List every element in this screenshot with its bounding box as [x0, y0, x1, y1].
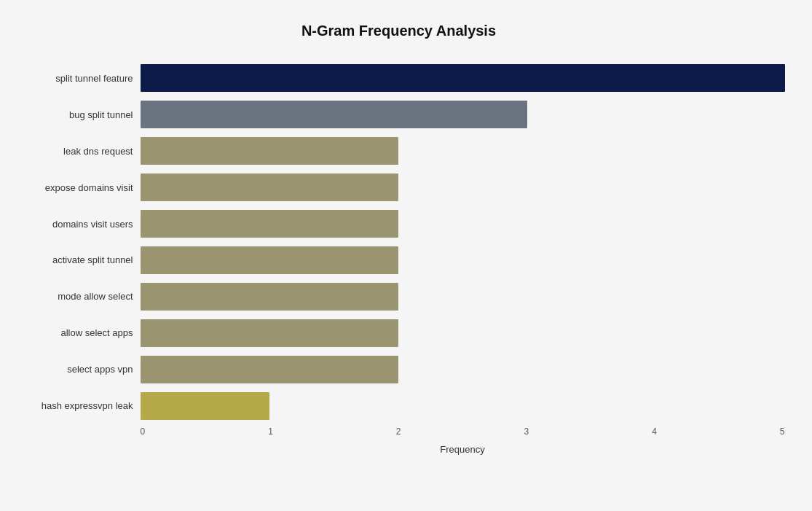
bar-fill [141, 392, 269, 420]
bar-fill [141, 319, 398, 347]
x-axis-label: Frequency [141, 444, 785, 455]
bar-track [141, 101, 785, 128]
bar-row: hash expressvpn leak [13, 389, 785, 424]
bar-fill [141, 101, 527, 128]
bar-row: leak dns request [13, 133, 785, 168]
bar-row: mode allow select [13, 279, 785, 314]
bar-fill [141, 356, 398, 383]
bar-track [141, 319, 785, 347]
bar-row: split tunnel feature [13, 61, 785, 96]
bar-track [141, 173, 785, 201]
bar-track [141, 283, 785, 311]
x-axis: 012345 Frequency [141, 426, 785, 455]
x-tick: 0 [141, 426, 146, 437]
bar-label: domains visit users [13, 219, 141, 230]
x-tick: 3 [524, 426, 529, 437]
x-tick: 4 [652, 426, 657, 437]
bar-label: hash expressvpn leak [13, 400, 141, 411]
bar-row: activate split tunnel [13, 243, 785, 278]
bar-track [141, 246, 785, 274]
bar-track [141, 356, 785, 383]
bars-area: split tunnel featurebug split tunnelleak… [13, 61, 785, 425]
bar-label: select apps vpn [13, 364, 141, 375]
bar-label: bug split tunnel [13, 109, 141, 120]
bar-fill [141, 173, 398, 201]
bar-row: allow select apps [13, 316, 785, 351]
bar-fill [141, 283, 398, 311]
bar-fill [141, 210, 398, 238]
bar-row: domains visit users [13, 206, 785, 241]
x-tick: 2 [396, 426, 401, 437]
chart-container: N-Gram Frequency Analysis split tunnel f… [6, 8, 807, 504]
chart-title: N-Gram Frequency Analysis [13, 23, 785, 39]
bar-label: split tunnel feature [13, 73, 141, 84]
x-tick: 1 [268, 426, 273, 437]
bar-track [141, 64, 785, 92]
bar-fill [141, 137, 398, 165]
bar-row: expose domains visit [13, 170, 785, 205]
bar-row: select apps vpn [13, 352, 785, 387]
bar-label: leak dns request [13, 146, 141, 157]
bar-label: expose domains visit [13, 182, 141, 193]
bar-label: mode allow select [13, 291, 141, 302]
bar-row: bug split tunnel [13, 97, 785, 132]
bar-label: activate split tunnel [13, 254, 141, 265]
bar-track [141, 392, 785, 420]
x-tick: 5 [780, 426, 785, 437]
bar-fill [141, 64, 785, 92]
bar-label: allow select apps [13, 327, 141, 338]
bar-track [141, 210, 785, 238]
bar-fill [141, 246, 398, 274]
bar-track [141, 137, 785, 165]
